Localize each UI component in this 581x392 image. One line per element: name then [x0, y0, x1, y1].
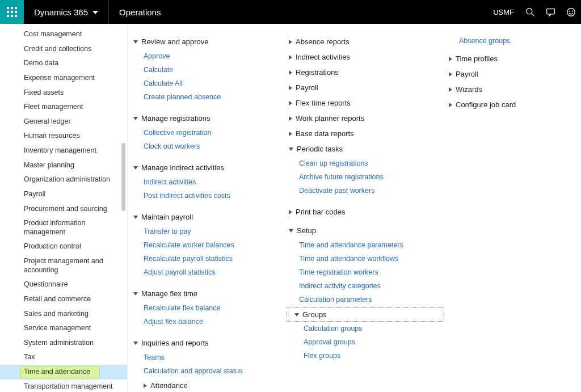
link-indirect-activity-categories[interactable]: Indirect activity categories: [287, 279, 444, 293]
section-header-payroll[interactable]: Payroll: [447, 66, 569, 82]
section-header-inquiries-and-reports[interactable]: Inquiries and reports: [131, 335, 284, 351]
subsection-header-attendance[interactable]: Attendance: [131, 378, 284, 392]
section-header-manage-flex-time[interactable]: Manage flex time: [131, 286, 284, 301]
link-indirect-activities[interactable]: Indirect activities: [131, 175, 284, 189]
modules-scrollbar[interactable]: [121, 24, 126, 392]
section-header-registrations[interactable]: Registrations: [287, 65, 444, 80]
module-label: Organization administration: [24, 175, 110, 183]
app-launcher-button[interactable]: [0, 0, 24, 24]
section-title: Manage flex time: [141, 289, 197, 298]
module-item-transportation-management[interactable]: Transportation management: [0, 380, 127, 392]
module-item-questionnaire[interactable]: Questionnaire: [0, 277, 127, 292]
link-archive-future-registrations[interactable]: Archive future registrations: [287, 170, 444, 184]
triangle-right-icon: [289, 70, 292, 75]
messages-button[interactable]: [540, 0, 561, 24]
section-header-manage-registrations[interactable]: Manage registrations: [131, 111, 284, 126]
section-title: Inquiries and reports: [141, 339, 209, 347]
module-item-master-planning[interactable]: Master planning: [0, 158, 127, 173]
svg-point-12: [567, 8, 575, 16]
module-item-cost-management[interactable]: Cost management: [0, 27, 127, 42]
company-label[interactable]: USMF: [487, 8, 520, 16]
search-button[interactable]: [520, 0, 540, 24]
link-adjust-flex-balance[interactable]: Adjust flex balance: [131, 315, 284, 328]
section-header-maintain-payroll[interactable]: Maintain payroll: [131, 209, 284, 225]
module-item-general-ledger[interactable]: General ledger: [0, 115, 127, 129]
link-time-and-attendance-workflows[interactable]: Time and attendance workflows: [287, 252, 444, 265]
svg-rect-5: [15, 11, 17, 13]
module-item-retail-and-commerce[interactable]: Retail and commerce: [0, 292, 127, 307]
section-header-indirect-activities[interactable]: Indirect activities: [287, 49, 444, 65]
module-item-production-control[interactable]: Production control: [0, 239, 127, 254]
link-clock-out-workers[interactable]: Clock out workers: [131, 140, 284, 153]
section-header-configure-job-card[interactable]: Configure job card: [447, 97, 569, 112]
section-header-payroll[interactable]: Payroll: [287, 80, 444, 95]
module-item-tax[interactable]: Tax: [0, 350, 127, 365]
section-manage-registrations: Manage registrationsCollective registrat…: [131, 111, 284, 153]
section-header-manage-indirect-activities[interactable]: Manage indirect activities: [131, 160, 284, 175]
link-post-indirect-activities-costs[interactable]: Post indirect activities costs: [131, 189, 284, 203]
module-item-procurement-and-sourcing[interactable]: Procurement and sourcing: [0, 202, 127, 217]
module-item-system-administration[interactable]: System administration: [0, 336, 127, 351]
section-header-flex-time-reports[interactable]: Flex time reports: [287, 95, 444, 111]
section-title: Setup: [297, 226, 316, 235]
section-header-base-data-reports[interactable]: Base data reports: [287, 126, 444, 141]
link-adjust-payroll-statistics[interactable]: Adjust payroll statistics: [131, 265, 284, 279]
link-approval-groups[interactable]: Approval groups: [287, 335, 444, 349]
subsection-header-groups[interactable]: Groups: [287, 307, 444, 322]
section-header-absence-reports[interactable]: Absence reports: [287, 34, 444, 49]
module-item-sales-and-marketing[interactable]: Sales and marketing: [0, 307, 127, 322]
module-item-product-information-management[interactable]: Product information management: [0, 216, 127, 239]
brand-dropdown[interactable]: Dynamics 365: [24, 0, 109, 24]
link-recalculate-payroll-statistics[interactable]: Recalculate payroll statistics: [131, 252, 284, 265]
feedback-button[interactable]: [561, 0, 581, 24]
section-header-wizards[interactable]: Wizards: [447, 82, 569, 97]
module-item-fixed-assets[interactable]: Fixed assets: [0, 86, 127, 100]
module-item-time-and-attendance[interactable]: Time and attendance: [0, 365, 127, 380]
link-calculation-and-approval-status[interactable]: Calculation and approval status: [131, 364, 284, 378]
section-header-setup[interactable]: Setup: [287, 223, 444, 238]
section-title: Work planner reports: [296, 114, 364, 123]
module-item-human-resources[interactable]: Human resources: [0, 129, 127, 144]
link-time-registration-workers[interactable]: Time registration workers: [287, 265, 444, 279]
section-header-time-profiles[interactable]: Time profiles: [447, 51, 569, 66]
link-calculation-parameters[interactable]: Calculation parameters: [287, 293, 444, 306]
module-label: Questionnaire: [24, 280, 68, 288]
module-label: Human resources: [24, 132, 80, 140]
section-header-work-planner-reports[interactable]: Work planner reports: [287, 111, 444, 126]
svg-rect-8: [15, 15, 17, 17]
module-item-expense-management[interactable]: Expense management: [0, 71, 127, 86]
link-flex-groups[interactable]: Flex groups: [287, 349, 444, 363]
link-absence-groups[interactable]: Absence groups: [447, 34, 569, 48]
section-header-review-and-approve[interactable]: Review and approve: [131, 34, 284, 49]
link-calculation-groups[interactable]: Calculation groups: [287, 322, 444, 335]
link-calculate[interactable]: Calculate: [131, 63, 284, 77]
subsection-title: Attendance: [150, 381, 188, 390]
module-item-service-management[interactable]: Service management: [0, 321, 127, 336]
link-time-and-attendance-parameters[interactable]: Time and attendance parameters: [287, 238, 444, 252]
module-item-demo-data[interactable]: Demo data: [0, 56, 127, 71]
link-recalculate-flex-balance[interactable]: Recalculate flex balance: [131, 301, 284, 315]
triangle-right-icon: [289, 116, 292, 121]
link-teams[interactable]: Teams: [131, 351, 284, 364]
module-item-organization-administration[interactable]: Organization administration: [0, 172, 127, 187]
section-title: Periodic tasks: [297, 145, 343, 153]
module-item-fleet-management[interactable]: Fleet management: [0, 100, 127, 115]
link-collective-registration[interactable]: Collective registration: [131, 126, 284, 140]
link-create-planned-absence[interactable]: Create planned absence: [131, 90, 284, 104]
link-transfer-to-pay[interactable]: Transfer to pay: [131, 225, 284, 238]
module-item-inventory-management[interactable]: Inventory management: [0, 144, 127, 158]
link-calculate-all[interactable]: Calculate All: [131, 77, 284, 90]
subsection-title: Groups: [302, 310, 327, 319]
scrollbar-thumb[interactable]: [121, 143, 125, 211]
link-approve[interactable]: Approve: [131, 49, 284, 63]
module-item-credit-and-collections[interactable]: Credit and collections: [0, 42, 127, 57]
link-deactivate-past-workers[interactable]: Deactivate past workers: [287, 184, 444, 197]
module-item-project-management-and-accounting[interactable]: Project management and accounting: [0, 254, 127, 277]
link-clean-up-registrations[interactable]: Clean up registrations: [287, 157, 444, 170]
section-header-periodic-tasks[interactable]: Periodic tasks: [287, 141, 444, 157]
section-header-print-bar-codes[interactable]: Print bar codes: [287, 204, 444, 220]
triangle-right-icon: [289, 132, 292, 136]
link-recalculate-worker-balances[interactable]: Recalculate worker balances: [131, 238, 284, 252]
module-item-payroll[interactable]: Payroll: [0, 187, 127, 202]
triangle-right-icon: [289, 101, 292, 106]
